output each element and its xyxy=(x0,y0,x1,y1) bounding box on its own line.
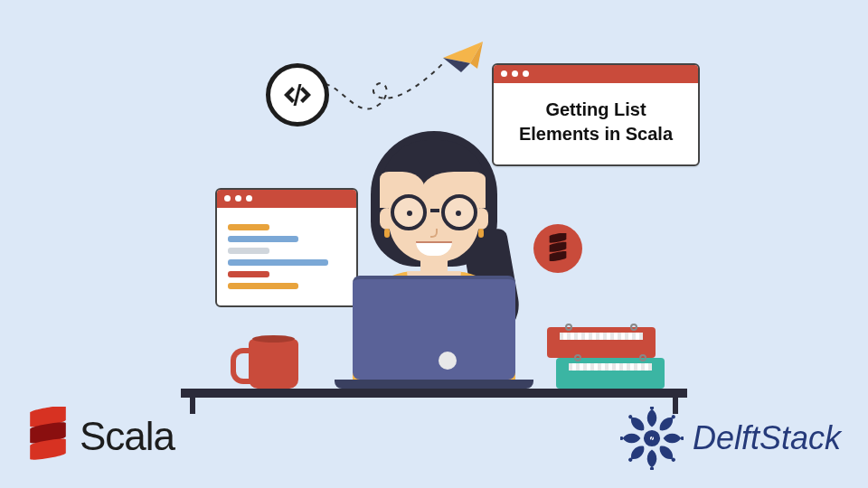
svg-point-5 xyxy=(650,407,654,410)
binder-teal xyxy=(556,358,665,389)
delftstack-emblem-icon: </> xyxy=(620,407,684,470)
svg-text:</>: </> xyxy=(644,434,660,444)
laptop xyxy=(335,276,533,393)
illustration-scene: Getting List Elements in Scala xyxy=(0,0,868,488)
code-window-titlebar xyxy=(217,190,356,208)
paper-plane-icon xyxy=(443,40,488,76)
scala-stairs-icon xyxy=(27,407,69,466)
desk xyxy=(181,389,687,398)
coffee-mug xyxy=(249,339,298,389)
window-titlebar xyxy=(494,65,698,83)
scala-logo: Scala xyxy=(27,407,175,466)
delftstack-logo-text: DelftStack xyxy=(693,419,841,457)
scala-logo-coin xyxy=(533,224,582,273)
scala-logo-text: Scala xyxy=(80,414,175,459)
title-line-2: Elements in Scala xyxy=(510,122,682,146)
binder-red xyxy=(547,327,656,358)
title-line-1: Getting List xyxy=(510,98,682,122)
code-icon xyxy=(266,63,329,127)
delftstack-logo: </> DelftStack xyxy=(620,407,841,470)
